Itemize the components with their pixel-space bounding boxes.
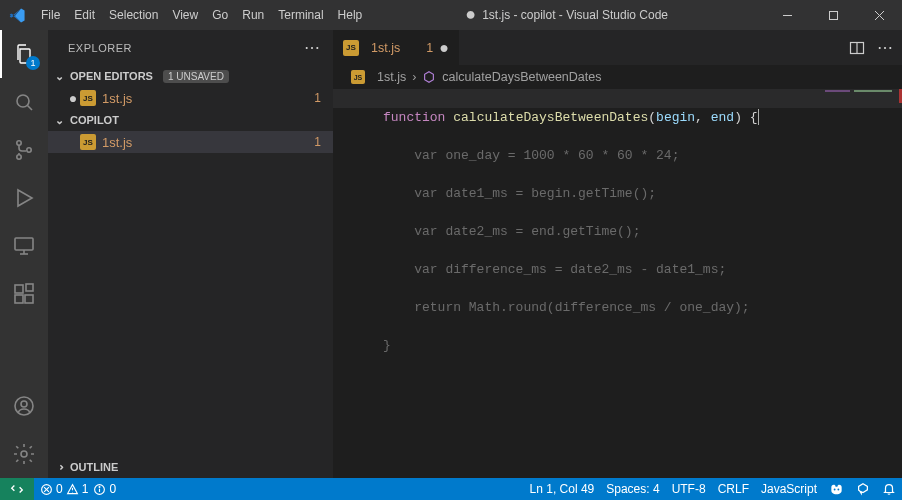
- copilot-status-icon[interactable]: [823, 478, 850, 500]
- svg-rect-12: [15, 285, 23, 293]
- accounts-icon[interactable]: [0, 382, 48, 430]
- chevron-right-icon: ⌄: [53, 460, 66, 474]
- code-editor[interactable]: 1 function calculateDaysBetweenDates(beg…: [333, 89, 902, 478]
- tab-bar: JS 1st.js 1 ● ⋯: [333, 30, 902, 65]
- minimap[interactable]: [822, 89, 902, 104]
- svg-point-17: [21, 401, 27, 407]
- svg-point-28: [99, 486, 100, 487]
- svg-point-6: [17, 141, 21, 145]
- source-control-icon[interactable]: [0, 126, 48, 174]
- extensions-icon[interactable]: [0, 270, 48, 318]
- file-indicator: 1: [314, 135, 321, 149]
- maximize-button[interactable]: [810, 0, 856, 30]
- chevron-right-icon: ›: [412, 70, 416, 84]
- status-bar: 0 1 0 Ln 1, Col 49 Spaces: 4 UTF-8 CRLF …: [0, 478, 902, 500]
- breadcrumb[interactable]: JS 1st.js › calculateDaysBetweenDates: [333, 65, 902, 89]
- sidebar-more-icon[interactable]: ⋯: [304, 38, 321, 57]
- window-title: ● 1st.js - copilot - Visual Studio Code: [369, 8, 764, 22]
- warning-count: 1: [82, 482, 89, 496]
- svg-point-4: [17, 95, 29, 107]
- dirty-indicator-icon: ●: [465, 9, 476, 19]
- minimize-button[interactable]: [764, 0, 810, 30]
- sidebar-title: EXPLORER ⋯: [48, 30, 333, 65]
- remote-indicator[interactable]: [0, 478, 34, 500]
- run-debug-icon[interactable]: [0, 174, 48, 222]
- problems-status[interactable]: 0 1 0: [34, 478, 122, 500]
- tab-file-name: 1st.js: [371, 41, 400, 55]
- menu-terminal[interactable]: Terminal: [271, 0, 330, 30]
- text-cursor: [758, 109, 759, 125]
- editor-area: JS 1st.js 1 ● ⋯ JS 1st.js › calculateDay…: [333, 30, 902, 478]
- menu-go[interactable]: Go: [205, 0, 235, 30]
- svg-rect-15: [26, 284, 33, 291]
- remote-explorer-icon[interactable]: [0, 222, 48, 270]
- close-button[interactable]: [856, 0, 902, 30]
- svg-rect-14: [25, 295, 33, 303]
- breadcrumb-symbol[interactable]: calculateDaysBetweenDates: [442, 70, 601, 84]
- chevron-down-icon: ⌄: [52, 70, 66, 83]
- title-bar: File Edit Selection View Go Run Terminal…: [0, 0, 902, 30]
- open-editors-label: OPEN EDITORS: [70, 70, 153, 82]
- error-count: 0: [56, 482, 63, 496]
- menu-selection[interactable]: Selection: [102, 0, 165, 30]
- gutter: 1: [333, 89, 383, 478]
- tab-modified-num: 1: [426, 41, 433, 55]
- js-file-icon: JS: [80, 90, 96, 106]
- js-file-icon: JS: [80, 134, 96, 150]
- svg-rect-13: [15, 295, 23, 303]
- copilot-suggestion: var date2_ms = end.getTime();: [383, 222, 902, 241]
- split-editor-icon[interactable]: [849, 40, 865, 56]
- language-mode[interactable]: JavaScript: [755, 478, 823, 500]
- indentation-status[interactable]: Spaces: 4: [600, 478, 665, 500]
- code-content[interactable]: function calculateDaysBetweenDates(begin…: [383, 89, 902, 478]
- encoding-status[interactable]: UTF-8: [666, 478, 712, 500]
- explorer-sidebar: EXPLORER ⋯ ⌄ OPEN EDITORS 1 UNSAVED ● JS…: [48, 30, 333, 478]
- file-indicator: 1: [314, 91, 321, 105]
- unsaved-badge: 1 UNSAVED: [163, 70, 229, 83]
- outline-label: OUTLINE: [70, 461, 118, 473]
- explorer-icon[interactable]: 1: [0, 30, 48, 78]
- menu-edit[interactable]: Edit: [67, 0, 102, 30]
- copilot-suggestion: }: [383, 336, 902, 355]
- notifications-bell-icon[interactable]: [876, 478, 902, 500]
- menu-help[interactable]: Help: [331, 0, 370, 30]
- copilot-suggestion: var difference_ms = date2_ms - date1_ms;: [383, 260, 902, 279]
- open-editors-section[interactable]: ⌄ OPEN EDITORS 1 UNSAVED: [48, 65, 333, 87]
- vscode-logo-icon: [0, 7, 34, 24]
- copilot-suggestion: return Math.round(difference_ms / one_da…: [383, 298, 902, 317]
- dirty-dot-icon: ●: [439, 39, 449, 57]
- editor-more-icon[interactable]: ⋯: [877, 38, 894, 57]
- svg-line-5: [28, 106, 33, 111]
- folder-file-item[interactable]: JS 1st.js 1: [48, 131, 333, 153]
- svg-point-29: [834, 488, 836, 490]
- file-name: 1st.js: [102, 135, 132, 150]
- settings-gear-icon[interactable]: [0, 430, 48, 478]
- menu-bar: File Edit Selection View Go Run Terminal…: [34, 0, 369, 30]
- svg-rect-1: [829, 11, 837, 19]
- folder-label: COPILOT: [70, 114, 119, 126]
- menu-view[interactable]: View: [165, 0, 205, 30]
- breadcrumb-file[interactable]: 1st.js: [377, 70, 406, 84]
- dirty-dot-icon: ●: [66, 90, 80, 106]
- activity-bar: 1: [0, 30, 48, 478]
- outline-section[interactable]: ⌄ OUTLINE: [48, 456, 333, 478]
- method-symbol-icon: [422, 70, 436, 84]
- info-count: 0: [109, 482, 116, 496]
- svg-point-7: [17, 155, 21, 159]
- feedback-icon[interactable]: [850, 478, 876, 500]
- eol-status[interactable]: CRLF: [712, 478, 755, 500]
- menu-run[interactable]: Run: [235, 0, 271, 30]
- menu-file[interactable]: File: [34, 0, 67, 30]
- svg-rect-9: [15, 238, 33, 250]
- folder-section[interactable]: ⌄ COPILOT: [48, 109, 333, 131]
- search-icon[interactable]: [0, 78, 48, 126]
- js-file-icon: JS: [351, 70, 365, 84]
- copilot-suggestion: var date1_ms = begin.getTime();: [383, 184, 902, 203]
- sidebar-title-label: EXPLORER: [68, 42, 132, 54]
- window-title-text: 1st.js - copilot - Visual Studio Code: [482, 8, 668, 22]
- cursor-position[interactable]: Ln 1, Col 49: [524, 478, 601, 500]
- window-controls: [764, 0, 902, 30]
- editor-tab[interactable]: JS 1st.js 1 ●: [333, 30, 460, 65]
- open-editor-item[interactable]: ● JS 1st.js 1: [48, 87, 333, 109]
- svg-point-18: [21, 451, 27, 457]
